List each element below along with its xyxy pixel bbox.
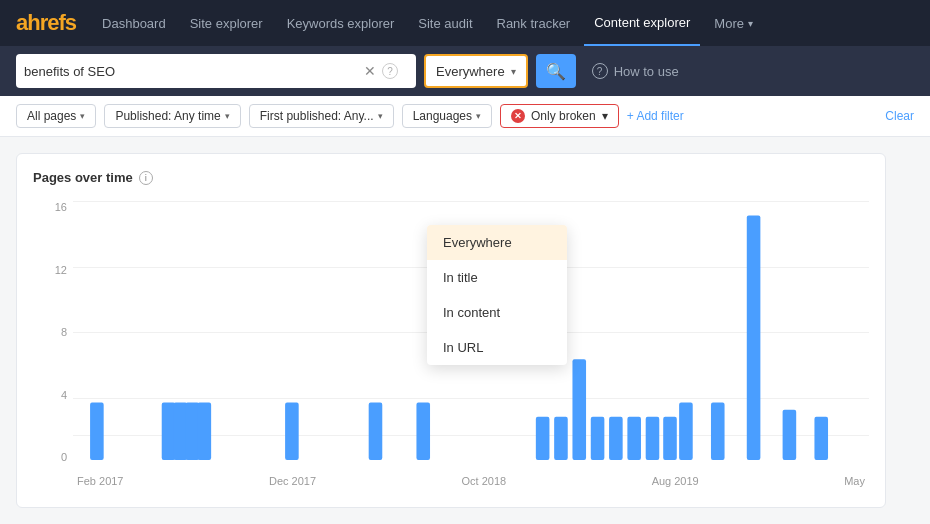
languages-label: Languages — [413, 109, 472, 123]
svg-rect-4 — [198, 402, 212, 460]
nav-content-explorer[interactable]: Content explorer — [584, 0, 700, 46]
help-icon[interactable]: ? — [382, 63, 398, 79]
scope-dropdown[interactable]: Everywhere ▾ — [424, 54, 528, 88]
svg-rect-15 — [663, 417, 677, 460]
only-broken-filter[interactable]: ✕ Only broken ▾ — [500, 104, 619, 128]
svg-rect-1 — [162, 402, 176, 460]
how-to-use[interactable]: ? How to use — [592, 63, 679, 79]
svg-rect-8 — [536, 417, 550, 460]
all-pages-label: All pages — [27, 109, 76, 123]
search-bar: ✕ ? Everywhere ▾ 🔍 ? How to use — [0, 46, 930, 96]
chevron-down-icon: ▾ — [80, 111, 85, 121]
info-icon[interactable]: i — [139, 171, 153, 185]
nav-keywords-explorer[interactable]: Keywords explorer — [277, 0, 405, 46]
chevron-down-icon: ▾ — [476, 111, 481, 121]
filter-bar: All pages ▾ Published: Any time ▾ First … — [0, 96, 930, 137]
languages-filter[interactable]: Languages ▾ — [402, 104, 492, 128]
y-label-12: 12 — [55, 264, 67, 276]
chevron-down-icon: ▾ — [511, 66, 516, 77]
svg-rect-17 — [711, 402, 725, 460]
svg-rect-12 — [609, 417, 623, 460]
search-icon: 🔍 — [546, 62, 566, 81]
chevron-down-icon: ▾ — [602, 109, 608, 123]
first-published-filter[interactable]: First published: Any... ▾ — [249, 104, 394, 128]
clear-label: Clear — [885, 109, 914, 123]
remove-filter-icon[interactable]: ✕ — [511, 109, 525, 123]
y-label-4: 4 — [61, 389, 67, 401]
logo-hrefs: hrefs — [27, 10, 76, 35]
all-pages-filter[interactable]: All pages ▾ — [16, 104, 96, 128]
only-broken-label: Only broken — [531, 109, 596, 123]
svg-rect-11 — [591, 417, 605, 460]
x-label-may: May — [844, 475, 865, 487]
chart-title-text: Pages over time — [33, 170, 133, 185]
svg-rect-14 — [646, 417, 660, 460]
svg-rect-5 — [285, 402, 299, 460]
chart-title: Pages over time i — [33, 170, 869, 185]
scope-dropdown-label: Everywhere — [436, 64, 505, 79]
published-label: Published: Any time — [115, 109, 220, 123]
published-filter[interactable]: Published: Any time ▾ — [104, 104, 240, 128]
svg-rect-16 — [679, 402, 693, 460]
scope-dropdown-menu: Everywhere In title In content In URL — [427, 225, 567, 365]
search-input-wrap: ✕ ? — [16, 54, 416, 88]
svg-rect-9 — [554, 417, 568, 460]
y-label-16: 16 — [55, 201, 67, 213]
dropdown-item-everywhere[interactable]: Everywhere — [427, 225, 567, 260]
nav-more[interactable]: More ▾ — [704, 0, 763, 46]
how-to-use-label: How to use — [614, 64, 679, 79]
svg-rect-0 — [90, 402, 104, 460]
nav-site-explorer[interactable]: Site explorer — [180, 0, 273, 46]
clear-input-icon[interactable]: ✕ — [364, 63, 376, 79]
chevron-down-icon: ▾ — [378, 111, 383, 121]
svg-rect-13 — [627, 417, 641, 460]
nav-rank-tracker[interactable]: Rank tracker — [487, 0, 581, 46]
logo[interactable]: ahrefs — [16, 10, 76, 36]
svg-rect-20 — [814, 417, 828, 460]
svg-rect-19 — [783, 410, 797, 460]
x-label-feb2017: Feb 2017 — [77, 475, 123, 487]
svg-rect-18 — [747, 215, 761, 460]
svg-rect-7 — [416, 402, 430, 460]
main-content: Pages over time i 16 12 8 4 0 — [0, 137, 930, 524]
search-input-icons: ✕ ? — [364, 63, 398, 79]
search-input[interactable] — [24, 64, 364, 79]
y-axis: 16 12 8 4 0 — [33, 201, 73, 491]
dropdown-item-in-url[interactable]: In URL — [427, 330, 567, 365]
x-label-oct2018: Oct 2018 — [462, 475, 507, 487]
x-label-dec2017: Dec 2017 — [269, 475, 316, 487]
add-filter-label: + Add filter — [627, 109, 684, 123]
svg-rect-10 — [572, 359, 586, 460]
x-label-aug2019: Aug 2019 — [652, 475, 699, 487]
top-navigation: ahrefs Dashboard Site explorer Keywords … — [0, 0, 930, 46]
logo-a: a — [16, 10, 27, 35]
y-label-8: 8 — [61, 326, 67, 338]
svg-rect-6 — [369, 402, 383, 460]
question-icon: ? — [592, 63, 608, 79]
search-button[interactable]: 🔍 — [536, 54, 576, 88]
first-published-label: First published: Any... — [260, 109, 374, 123]
nav-more-label: More — [714, 16, 744, 31]
x-labels: Feb 2017 Dec 2017 Oct 2018 Aug 2019 May — [73, 475, 869, 487]
y-label-0: 0 — [61, 451, 67, 463]
chevron-down-icon: ▾ — [748, 18, 753, 29]
nav-site-audit[interactable]: Site audit — [408, 0, 482, 46]
add-filter-button[interactable]: + Add filter — [627, 109, 684, 123]
dropdown-item-in-content[interactable]: In content — [427, 295, 567, 330]
svg-rect-2 — [174, 402, 188, 460]
dropdown-item-in-title[interactable]: In title — [427, 260, 567, 295]
chevron-down-icon: ▾ — [225, 111, 230, 121]
clear-filters-button[interactable]: Clear — [885, 109, 914, 123]
nav-dashboard[interactable]: Dashboard — [92, 0, 176, 46]
svg-rect-3 — [186, 402, 200, 460]
